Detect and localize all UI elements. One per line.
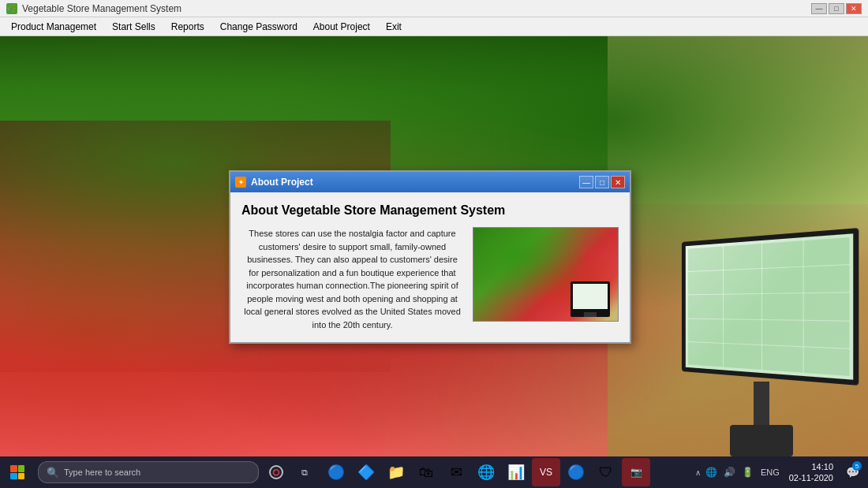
pos-monitor — [671, 236, 852, 456]
taskbar-app-blue[interactable]: 🔵 — [562, 458, 590, 486]
taskbar-app-capture[interactable]: 📷 — [622, 458, 650, 486]
menu-about-project[interactable]: About Project — [305, 20, 378, 34]
notification-badge: 5 — [852, 461, 862, 471]
titlebar-controls[interactable]: — □ ✕ — [811, 3, 862, 14]
close-button[interactable]: ✕ — [846, 3, 862, 14]
small-stand — [584, 312, 597, 317]
taskbar-app-edge[interactable]: 🔷 — [352, 458, 380, 486]
dialog-text: These stores can use the nostalgia facto… — [241, 227, 463, 331]
win-quad-yellow — [18, 473, 25, 480]
win-quad-red — [10, 465, 17, 472]
window-title: Vegetable Store Management System — [22, 3, 181, 14]
dialog-title-text: About Project — [251, 177, 313, 188]
clock[interactable]: 14:10 02-11-2020 — [784, 461, 838, 484]
search-placeholder-text: Type here to search — [64, 468, 140, 477]
clock-date: 02-11-2020 — [789, 472, 833, 483]
monitor-screen — [682, 228, 859, 386]
taskbar-app-explorer[interactable]: 📁 — [382, 458, 410, 486]
taskbar-app-chrome[interactable]: 🔵 — [322, 458, 350, 486]
language-indicator[interactable]: ENG — [759, 468, 781, 477]
taskbar-app-office[interactable]: 📊 — [502, 458, 530, 486]
system-icons: 🌐 🔊 🔋 — [704, 464, 756, 480]
taskbar-app-mail[interactable]: ✉ — [442, 458, 470, 486]
dialog-titlebar: ✦ About Project — □ ✕ — [230, 172, 630, 192]
dialog-body: These stores can use the nostalgia facto… — [241, 227, 619, 331]
taskbar-right: ∧ 🌐 🔊 🔋 ENG 14:10 02-11-2020 💬 5 — [695, 458, 868, 486]
app-icon: 🌿 — [6, 3, 17, 14]
titlebar: 🌿 Vegetable Store Management System — □ … — [0, 0, 868, 17]
dialog-close-button[interactable]: ✕ — [611, 176, 625, 188]
clock-time: 14:10 — [789, 461, 833, 472]
start-button[interactable] — [0, 456, 35, 488]
dialog-controls[interactable]: — □ ✕ — [579, 176, 625, 188]
dialog-image — [473, 227, 619, 322]
maximize-button[interactable]: □ — [829, 3, 844, 14]
network-icon[interactable]: 🌐 — [704, 464, 720, 480]
battery-icon[interactable]: 🔋 — [740, 464, 756, 480]
cortana-icon: ⭕ — [269, 465, 283, 479]
minimize-button[interactable]: — — [811, 3, 827, 14]
monitor-arm — [754, 382, 769, 429]
menu-reports[interactable]: Reports — [163, 20, 212, 34]
task-view-button[interactable]: ⧉ — [290, 458, 319, 486]
task-view-icon: ⧉ — [301, 468, 308, 478]
menu-change-password[interactable]: Change Password — [212, 20, 305, 34]
cortana-button[interactable]: ⭕ — [262, 458, 290, 486]
background: ✦ About Project — □ ✕ About Vegetable St… — [0, 36, 868, 456]
titlebar-left: 🌿 Vegetable Store Management System — [6, 3, 181, 14]
menu-product-management[interactable]: Product Managemet — [3, 20, 104, 34]
taskbar: 🔍 Type here to search ⭕ ⧉ 🔵 🔷 📁 🛍 ✉ 🌐 📊 … — [0, 456, 868, 488]
win-quad-blue — [10, 473, 17, 480]
menubar: Product Managemet Start Sells Reports Ch… — [0, 17, 868, 36]
search-bar[interactable]: 🔍 Type here to search — [38, 461, 259, 483]
taskbar-app-red[interactable]: VS — [532, 458, 560, 486]
windows-logo-icon — [10, 465, 24, 479]
speaker-icon[interactable]: 🔊 — [722, 464, 738, 480]
menu-exit[interactable]: Exit — [378, 20, 410, 34]
dialog-maximize-button[interactable]: □ — [595, 176, 609, 188]
screen-content — [686, 233, 853, 379]
about-dialog: ✦ About Project — □ ✕ About Vegetable St… — [229, 170, 631, 344]
menu-start-sells[interactable]: Start Sells — [104, 20, 163, 34]
win-quad-green — [18, 465, 25, 472]
dialog-icon: ✦ — [235, 177, 246, 188]
dialog-title-left: ✦ About Project — [235, 177, 313, 188]
taskbar-apps: 🔵 🔷 📁 🛍 ✉ 🌐 📊 VS 🔵 🛡 📷 — [322, 458, 650, 486]
search-icon: 🔍 — [47, 467, 59, 479]
notification-area[interactable]: 💬 5 — [841, 458, 863, 486]
small-monitor — [571, 281, 610, 317]
dialog-minimize-button[interactable]: — — [579, 176, 593, 188]
system-tray-chevron[interactable]: ∧ — [695, 468, 701, 477]
dialog-heading: About Vegetable Store Management System — [241, 203, 619, 218]
small-screen — [573, 284, 608, 309]
taskbar-app-browser[interactable]: 🌐 — [472, 458, 500, 486]
taskbar-app-store[interactable]: 🛍 — [412, 458, 440, 486]
taskbar-app-vpn[interactable]: 🛡 — [592, 458, 620, 486]
dialog-content: About Vegetable Store Management System … — [230, 192, 630, 342]
monitor-stand — [730, 425, 793, 456]
